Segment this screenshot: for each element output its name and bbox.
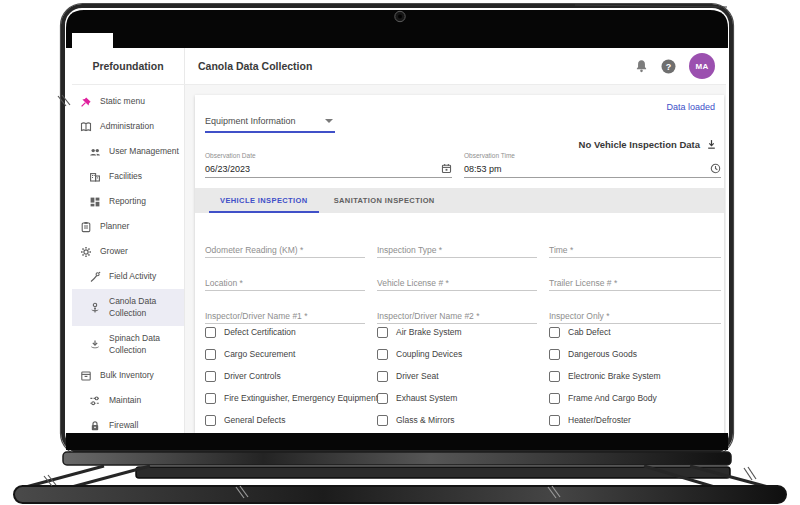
activity-icon: [89, 271, 101, 283]
sidebar-item-firewall[interactable]: Firewall: [72, 413, 184, 433]
checkbox[interactable]: [205, 349, 216, 360]
observation-time-label: Observation Time: [464, 152, 721, 159]
checkbox-row: Heater/Defroster: [549, 409, 721, 431]
sidebar-item-maintain[interactable]: Maintain: [72, 388, 184, 413]
field-placeholder: Time *: [549, 245, 573, 255]
section-select[interactable]: Equipment Information: [205, 110, 335, 133]
flower-icon: [89, 302, 101, 314]
no-data-text: No Vehicle Inspection Data: [579, 139, 700, 150]
tab-bar: VEHICLE INSPECTION SANITATION INSPECTION: [195, 188, 724, 213]
clock-icon[interactable]: [710, 163, 721, 174]
checkbox[interactable]: [377, 393, 388, 404]
field-odometer-reading[interactable]: Odometer Reading (KM) *: [205, 239, 365, 258]
observation-date-field[interactable]: Observation Date 06/23/2023: [205, 152, 452, 178]
screenshot-stage: Prefoundation Canola Data Collection ? M…: [0, 0, 800, 505]
tune-icon: [89, 395, 101, 407]
sidebar-item-facilities[interactable]: Facilities: [72, 164, 184, 189]
checkbox[interactable]: [377, 371, 388, 382]
checkbox-row: Driver Controls: [205, 365, 377, 387]
sidebar-item-label: Facilities: [109, 171, 142, 182]
sidebar-item-label: Reporting: [109, 196, 146, 207]
sidebar-item-planner[interactable]: Planner: [72, 214, 184, 239]
gear-icon: [80, 246, 92, 258]
section-select-value: Equipment Information: [205, 116, 296, 126]
checkbox[interactable]: [377, 327, 388, 338]
observation-date-value: 06/23/2023: [205, 164, 250, 174]
checkbox-label: Fire Extinguisher, Emergency Equipment: [224, 393, 378, 403]
checkbox[interactable]: [549, 393, 560, 404]
sidebar-item-label: Planner: [100, 221, 129, 232]
sidebar-item-label: Spinach Data Collection: [109, 333, 175, 355]
sidebar-item-label: User Management: [109, 146, 179, 157]
status-badge: Data loaded: [666, 102, 715, 112]
checkbox-row: Cargo Securement: [205, 343, 377, 365]
sidebar-item-canola-data-collection[interactable]: Canola Data Collection: [72, 289, 184, 326]
checkbox-grid: Defect Certification Cargo Securement Dr…: [205, 321, 721, 431]
sidebar-item-grower[interactable]: Grower: [72, 239, 184, 264]
sidebar-item-label: Grower: [100, 246, 128, 257]
stand-shelf: [136, 467, 730, 478]
observation-time-value: 08:53 pm: [464, 164, 502, 174]
checkbox-label: Heater/Defroster: [568, 415, 631, 425]
field-placeholder: Inspector/Driver Name #1 *: [205, 311, 308, 321]
observation-time-field[interactable]: Observation Time 08:53 pm: [464, 152, 721, 178]
checkbox-row: Coupling Devices: [377, 343, 549, 365]
sidebar-item-static-menu[interactable]: Static menu: [72, 89, 184, 114]
checkbox[interactable]: [205, 393, 216, 404]
checkbox[interactable]: [205, 415, 216, 426]
bell-icon[interactable]: [635, 59, 648, 73]
sidebar-item-label: Field Activity: [109, 271, 156, 282]
stand-leg-left-outer: [22, 466, 104, 488]
field-trailer-license[interactable]: Trailer License # *: [549, 272, 721, 291]
app-bar: Prefoundation Canola Data Collection ? M…: [72, 48, 726, 85]
brand-title: Prefoundation: [72, 48, 185, 84]
inventory-icon: [80, 370, 92, 382]
sidebar-item-user-management[interactable]: User Management: [72, 139, 184, 164]
sidebar-item-reporting[interactable]: Reporting: [72, 189, 184, 214]
checkbox-label: Coupling Devices: [396, 349, 462, 359]
svg-text:?: ?: [666, 61, 672, 71]
checkbox[interactable]: [549, 415, 560, 426]
checkbox-row: Fire Extinguisher, Emergency Equipment: [205, 387, 377, 409]
checkbox[interactable]: [377, 349, 388, 360]
checkbox[interactable]: [549, 349, 560, 360]
checkbox-row: Electronic Brake System: [549, 365, 721, 387]
field-time[interactable]: Time *: [549, 239, 721, 258]
sidebar-item-spinach-data-collection[interactable]: Spinach Data Collection: [72, 326, 184, 363]
tab-vehicle-inspection[interactable]: VEHICLE INSPECTION: [207, 188, 321, 213]
checkbox-row: Frame And Cargo Body: [549, 387, 721, 409]
sidebar-item-administration[interactable]: Administration: [72, 114, 184, 139]
main-content: Data loaded Equipment Information No Veh…: [185, 85, 726, 433]
tab-sanitation-inspection[interactable]: SANITATION INSPECTION: [321, 188, 448, 213]
field-placeholder: Odometer Reading (KM) *: [205, 245, 303, 255]
app-window: Prefoundation Canola Data Collection ? M…: [72, 48, 726, 433]
sidebar-item-field-activity[interactable]: Field Activity: [72, 264, 184, 289]
field-vehicle-license[interactable]: Vehicle License # *: [377, 272, 537, 291]
checkbox[interactable]: [549, 327, 560, 338]
avatar[interactable]: MA: [689, 53, 715, 79]
field-inspection-type[interactable]: Inspection Type *: [377, 239, 537, 258]
checkbox-label: Air Brake System: [396, 327, 462, 337]
checkbox-label: General Defects: [224, 415, 285, 425]
checkbox-row: Driver Seat: [377, 365, 549, 387]
calendar-icon[interactable]: [441, 163, 452, 174]
checkbox[interactable]: [205, 327, 216, 338]
download-icon[interactable]: [706, 139, 717, 150]
checkbox[interactable]: [205, 371, 216, 382]
checkbox-row: Defect Certification: [205, 321, 377, 343]
field-placeholder: Inspector Only *: [549, 311, 609, 321]
sidebar-item-bulk-inventory[interactable]: Bulk Inventory: [72, 363, 184, 388]
checkbox-label: Exhaust System: [396, 393, 457, 403]
sprout-icon: [89, 339, 101, 351]
checkbox-row: Dangerous Goods: [549, 343, 721, 365]
checkbox-label: Electronic Brake System: [568, 371, 661, 381]
help-icon[interactable]: ?: [661, 59, 676, 74]
checkbox-label: Cargo Securement: [224, 349, 295, 359]
form-field-grid: Odometer Reading (KM) * Inspection Type …: [205, 239, 721, 324]
checkbox[interactable]: [549, 371, 560, 382]
field-location[interactable]: Location *: [205, 272, 365, 291]
no-data-row: No Vehicle Inspection Data: [579, 139, 717, 150]
observation-date-label: Observation Date: [205, 152, 452, 159]
checkbox[interactable]: [377, 415, 388, 426]
sidebar-item-label: Static menu: [100, 96, 145, 107]
